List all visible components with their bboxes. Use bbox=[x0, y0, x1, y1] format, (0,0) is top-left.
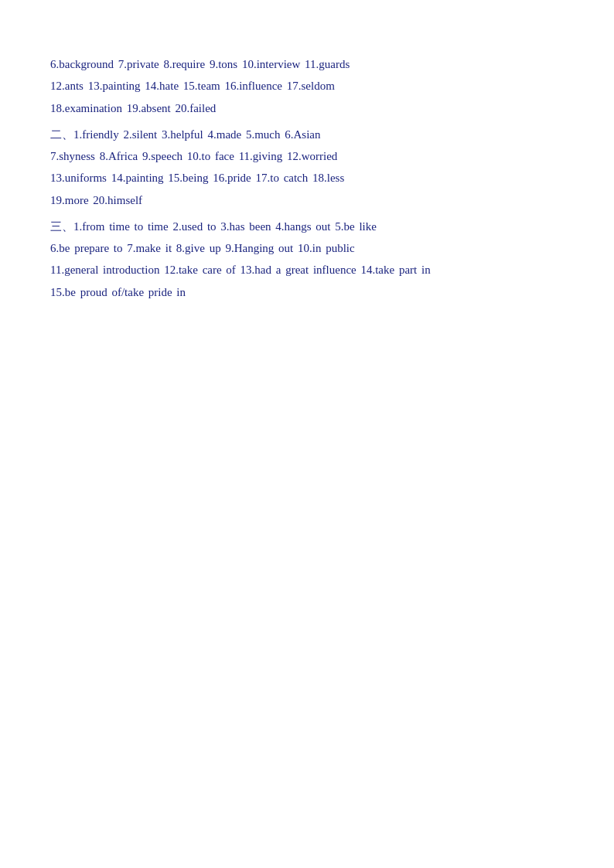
section1-line2: 12.ants 13.painting 14.hate 15.team 16.i… bbox=[50, 76, 564, 96]
section3-line2: 6.be prepare to 7.make it 8.give up 9.Ha… bbox=[50, 238, 564, 258]
section3-label: 三、 bbox=[50, 220, 73, 233]
section3-line3: 11.general introduction 12.take care of … bbox=[50, 260, 564, 280]
section3-line1-text: 1.from time to time 2.used to 3.has been… bbox=[73, 220, 377, 233]
section2-line2: 7.shyness 8.Africa 9.speech 10.to face 1… bbox=[50, 146, 564, 166]
section3-line4: 15.be proud of/take pride in bbox=[50, 282, 564, 302]
section2-line1: 二、1.friendly 2.silent 3.helpful 4.made 5… bbox=[50, 124, 564, 145]
section2-line1-text: 1.friendly 2.silent 3.helpful 4.made 5.m… bbox=[73, 128, 321, 141]
section-3: 三、1.from time to time 2.used to 3.has be… bbox=[50, 216, 564, 302]
section3-line1: 三、1.from time to time 2.used to 3.has be… bbox=[50, 216, 564, 237]
section2-label: 二、 bbox=[50, 128, 73, 141]
section1-line3: 18.examination 19.absent 20.failed bbox=[50, 98, 564, 118]
section-1: 6.background 7.private 8.require 9.tons … bbox=[50, 54, 564, 118]
section2-line3: 13.uniforms 14.painting 15.being 16.prid… bbox=[50, 168, 564, 188]
section-2: 二、1.friendly 2.silent 3.helpful 4.made 5… bbox=[50, 124, 564, 210]
section1-line1: 6.background 7.private 8.require 9.tons … bbox=[50, 54, 564, 74]
section2-line4: 19.more 20.himself bbox=[50, 190, 564, 210]
